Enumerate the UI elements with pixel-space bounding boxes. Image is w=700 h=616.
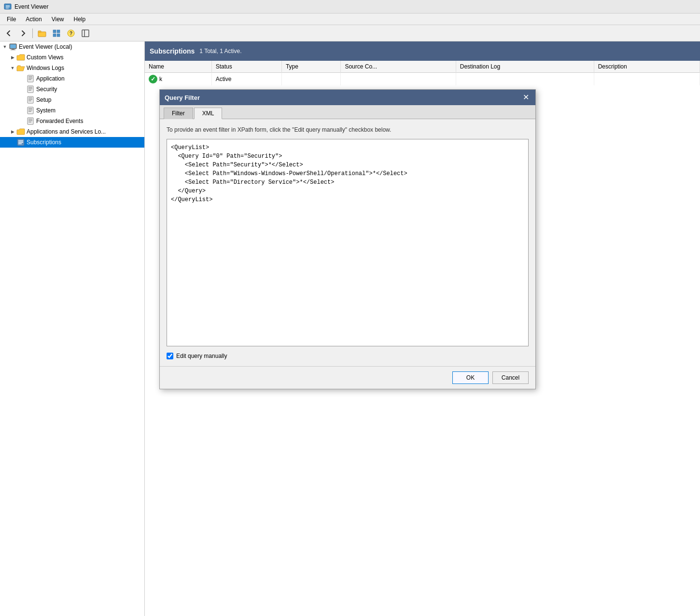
- svg-rect-16: [11, 50, 15, 50]
- sidebar-item-application-label: Application: [36, 75, 65, 82]
- sidebar-item-app-services[interactable]: ▶ Applications and Services Lo...: [0, 126, 144, 137]
- svg-rect-40: [18, 142, 23, 143]
- row-source-cell: [341, 73, 456, 86]
- edit-query-checkbox-label[interactable]: Edit query manually: [176, 353, 227, 359]
- col-header-type[interactable]: Type: [281, 61, 340, 73]
- sidebar-item-security-label: Security: [36, 86, 57, 93]
- menu-action[interactable]: Action: [21, 15, 46, 24]
- row-type-cell: [281, 73, 340, 86]
- event-viewer-icon: [4, 3, 12, 11]
- col-header-name[interactable]: Name: [145, 61, 211, 73]
- sidebar-item-subscriptions[interactable]: Subscriptions: [0, 137, 144, 148]
- sidebar-item-app-services-label: Applications and Services Lo...: [27, 128, 106, 135]
- subscriptions-table: Name Status Type Source Co... Destinatio…: [145, 61, 700, 85]
- sidebar-item-security[interactable]: Security: [0, 84, 144, 95]
- sidebar-item-setup[interactable]: Setup: [0, 95, 144, 105]
- log-icon-setup: [26, 96, 35, 104]
- log-icon-forwarded: [26, 117, 35, 125]
- query-filter-dialog: Query Filter ✕ Filter XML To provide an …: [159, 89, 536, 389]
- svg-rect-26: [28, 96, 33, 103]
- dialog-title: Query Filter: [165, 94, 200, 101]
- toolbar-separator-1: [32, 28, 33, 38]
- panel-button[interactable]: [79, 27, 92, 40]
- svg-rect-5: [38, 31, 41, 32]
- tree-expand-event-viewer[interactable]: ▼: [1, 43, 9, 51]
- sidebar-item-system-label: System: [36, 107, 56, 114]
- menu-bar: File Action View Help: [0, 14, 700, 25]
- svg-rect-17: [10, 44, 16, 48]
- tree-expand-custom-views[interactable]: ▶: [9, 54, 16, 61]
- row-dest-cell: [456, 73, 594, 86]
- tab-xml[interactable]: XML: [194, 108, 223, 119]
- svg-rect-34: [28, 118, 33, 124]
- svg-rect-9: [57, 34, 60, 37]
- back-button[interactable]: [2, 27, 15, 40]
- svg-rect-3: [6, 8, 9, 9]
- sidebar-item-custom-views[interactable]: ▶ Custom Views: [0, 52, 144, 63]
- log-icon-system: [26, 106, 35, 115]
- sidebar-item-setup-label: Setup: [36, 96, 51, 103]
- svg-rect-30: [28, 107, 33, 114]
- menu-view[interactable]: View: [47, 15, 69, 24]
- sidebar-item-application[interactable]: Application: [0, 73, 144, 84]
- app-title: Event Viewer: [14, 3, 48, 10]
- monitor-icon: [9, 42, 17, 51]
- edit-query-checkbox-row: Edit query manually: [167, 353, 529, 359]
- tab-filter[interactable]: Filter: [164, 108, 193, 119]
- subscriptions-title: Subscriptions: [150, 47, 195, 55]
- ok-button[interactable]: OK: [452, 371, 489, 384]
- row-desc-cell: [594, 73, 700, 86]
- sidebar-item-forwarded-label: Forwarded Events: [36, 118, 83, 124]
- svg-rect-8: [53, 34, 56, 37]
- col-header-status[interactable]: Status: [211, 61, 281, 73]
- title-bar: Event Viewer: [0, 0, 700, 14]
- sidebar: ▼ Event Viewer (Local) ▶ Custom Views: [0, 41, 145, 616]
- sidebar-item-windows-logs[interactable]: ▼ Windows Logs: [0, 63, 144, 73]
- dialog-close-button[interactable]: ✕: [521, 93, 531, 102]
- row-status-cell: Active: [211, 73, 281, 86]
- folder-icon-custom-views: [16, 53, 25, 62]
- svg-rect-6: [53, 30, 56, 33]
- dialog-titlebar: Query Filter ✕: [160, 90, 535, 105]
- folder-open-icon-windows-logs: [16, 64, 25, 72]
- dialog-body: To provide an event filter in XPath form…: [160, 119, 535, 366]
- svg-rect-1: [6, 5, 10, 6]
- sidebar-item-system[interactable]: System: [0, 105, 144, 116]
- open-folder-button[interactable]: [35, 27, 49, 40]
- dialog-hint-text: To provide an event filter in XPath form…: [167, 126, 529, 134]
- sidebar-item-event-viewer-label: Event Viewer (Local): [19, 43, 72, 50]
- col-header-desc[interactable]: Description: [594, 61, 700, 73]
- cancel-button[interactable]: Cancel: [492, 371, 529, 384]
- xml-editor[interactable]: <QueryList> <Query Id="0" Path="Security…: [167, 139, 529, 346]
- sidebar-item-forwarded-events[interactable]: Forwarded Events: [0, 116, 144, 126]
- sidebar-item-event-viewer[interactable]: ▼ Event Viewer (Local): [0, 41, 144, 52]
- grid-view-button[interactable]: [50, 27, 63, 40]
- menu-help[interactable]: Help: [69, 15, 91, 24]
- svg-rect-18: [28, 75, 33, 82]
- sidebar-item-custom-views-label: Custom Views: [27, 54, 63, 61]
- svg-rect-22: [28, 86, 33, 93]
- log-icon-security: [26, 85, 35, 94]
- svg-rect-7: [57, 30, 60, 33]
- tree-expand-windows-logs[interactable]: ▼: [9, 64, 16, 72]
- status-badge-active: ✓: [149, 75, 157, 83]
- folder-icon-app-services: [16, 127, 25, 136]
- dialog-footer: OK Cancel: [160, 366, 535, 389]
- edit-query-checkbox[interactable]: [167, 353, 173, 359]
- subscriptions-header: Subscriptions 1 Total, 1 Active.: [145, 41, 700, 61]
- svg-rect-12: [82, 30, 89, 37]
- col-header-dest[interactable]: Destination Log: [456, 61, 594, 73]
- toolbar: ?: [0, 25, 700, 41]
- menu-file[interactable]: File: [2, 15, 21, 24]
- sidebar-item-windows-logs-label: Windows Logs: [27, 65, 64, 71]
- row-name-cell: ✓ k: [145, 73, 211, 86]
- svg-rect-15: [12, 49, 14, 50]
- forward-button[interactable]: [16, 27, 30, 40]
- svg-rect-39: [18, 140, 23, 141]
- help-button[interactable]: ?: [64, 27, 78, 40]
- subscriptions-icon: [16, 138, 25, 147]
- svg-rect-41: [18, 143, 22, 144]
- table-row[interactable]: ✓ k Active: [145, 73, 700, 86]
- col-header-source[interactable]: Source Co...: [341, 61, 456, 73]
- tree-expand-app-services[interactable]: ▶: [9, 128, 16, 136]
